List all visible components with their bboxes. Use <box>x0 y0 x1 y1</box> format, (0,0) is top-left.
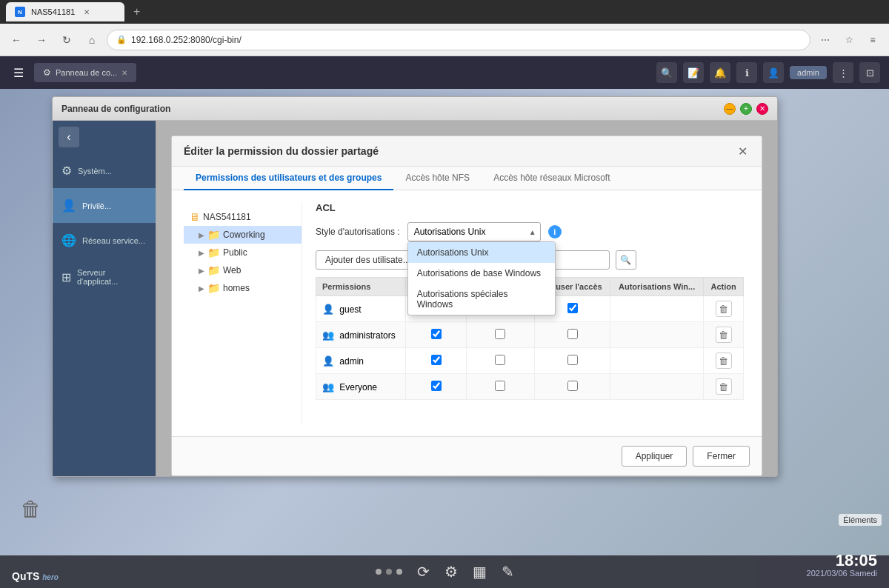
address-bar[interactable]: 🔒 192.168.0.252:8080/cgi-bin/ <box>107 30 810 50</box>
tree-root-label: NAS541181 <box>203 212 251 222</box>
taskbar-icon-1[interactable]: ⟳ <box>417 563 430 581</box>
new-tab-button[interactable]: + <box>127 5 146 19</box>
dot-3 <box>396 569 402 575</box>
panel-app-close-icon[interactable]: ✕ <box>121 69 127 77</box>
file-tree: 🖥 NAS541181 ▶ 📁 Coworking ▶ <box>184 202 302 424</box>
sidebar-item-network[interactable]: 🌐 Réseau service... <box>53 223 156 258</box>
notification-icon[interactable]: 🔔 <box>710 62 730 83</box>
style-select-display[interactable]: Autorisations Unix <box>407 222 541 241</box>
clock: 18:05 2021/03/06 Samedi <box>807 552 877 578</box>
tree-arrow-web: ▶ <box>199 267 204 275</box>
menu-button[interactable]: ≡ <box>862 30 883 50</box>
delete-guest-button[interactable]: 🗑 <box>716 301 732 317</box>
dropdown-item-unix[interactable]: Autorisations Unix <box>408 242 555 263</box>
checkbox-rw-admins[interactable] <box>431 329 442 339</box>
cell-action-everyone: 🗑 <box>704 374 744 400</box>
dialog-title: Éditer la permission du dossier partagé <box>184 145 379 157</box>
checkbox-deny-everyone[interactable] <box>567 381 578 391</box>
search-button[interactable]: 🔍 <box>616 250 636 270</box>
admin-label: admin <box>339 356 364 367</box>
checkbox-rw-admin[interactable] <box>431 355 442 365</box>
checkbox-deny-guest[interactable] <box>567 303 578 313</box>
taskbar-icon-4[interactable]: ✎ <box>502 563 514 581</box>
cell-win-everyone <box>610 374 704 400</box>
virtual-desktop-icon[interactable]: ⊡ <box>859 62 880 83</box>
user-icon[interactable]: 👤 <box>763 62 784 83</box>
apply-button[interactable]: Appliquer <box>622 446 687 467</box>
checkbox-ro-admins[interactable] <box>495 329 505 339</box>
close-panel-button[interactable]: ✕ <box>756 103 768 115</box>
checkbox-ro-admin[interactable] <box>495 355 505 365</box>
search-app-icon[interactable]: 🔍 <box>656 62 677 83</box>
add-user-button[interactable]: Ajouter des utilisate... <box>316 250 420 270</box>
dot-pagination <box>376 569 402 575</box>
style-label: Style d'autorisations : <box>316 227 400 237</box>
tree-item-web[interactable]: ▶ 📁 Web <box>184 261 302 279</box>
sidebar-item-server[interactable]: ⊞ Serveur d'applicat... <box>53 258 156 296</box>
reload-button[interactable]: ↻ <box>56 30 77 50</box>
tab-microsoft[interactable]: Accès hôte réseaux Microsoft <box>482 167 622 190</box>
tree-item-root[interactable]: 🖥 NAS541181 <box>184 208 302 226</box>
panel-main: Éditer la permission du dossier partagé … <box>156 121 777 476</box>
panel-app-tab[interactable]: ⚙ Panneau de co... ✕ <box>34 63 136 82</box>
info-icon[interactable]: i <box>548 225 562 238</box>
info-app-icon[interactable]: ℹ <box>736 62 757 83</box>
cell-deny-admins <box>535 322 610 348</box>
close-dialog-button[interactable]: Fermer <box>693 446 750 467</box>
cell-deny-admin <box>535 348 610 374</box>
browser-toolbar: ← → ↻ ⌂ 🔒 192.168.0.252:8080/cgi-bin/ ⋯ … <box>0 24 889 56</box>
admin-label[interactable]: admin <box>790 66 827 79</box>
bookmark-button[interactable]: ☆ <box>839 30 859 50</box>
tree-item-public[interactable]: ▶ 📁 Public <box>184 244 302 261</box>
clock-time: 18:05 <box>807 552 877 569</box>
notes-icon[interactable]: 📝 <box>683 62 704 83</box>
sidebar-back-button[interactable]: ‹ <box>59 127 79 147</box>
toolbar-actions: ⋯ ☆ ≡ <box>815 30 883 50</box>
dropdown-item-windows-basic[interactable]: Autorisations de base Windows <box>408 263 555 284</box>
tab-nfs[interactable]: Accès hôte NFS <box>393 167 482 190</box>
sidebar-item-system[interactable]: ⚙ Systèm... <box>53 153 156 188</box>
hamburger-button[interactable]: ☰ <box>9 63 28 83</box>
tree-arrow-public: ▶ <box>199 249 204 257</box>
tree-item-coworking[interactable]: ▶ 📁 Coworking <box>184 226 302 244</box>
minimize-panel-button[interactable]: — <box>724 103 736 115</box>
root-folder-icon: 🖥 <box>190 211 200 223</box>
guest-label: guest <box>339 304 361 315</box>
checkbox-ro-everyone[interactable] <box>495 381 505 391</box>
server-icon: ⊞ <box>61 270 71 284</box>
checkbox-deny-admins[interactable] <box>567 329 578 339</box>
sidebar-item-privilege[interactable]: 👤 Privilè... <box>53 188 156 223</box>
admins-label: administrators <box>339 330 395 341</box>
more-options-icon[interactable]: ⋮ <box>833 62 853 83</box>
taskbar-icon-3[interactable]: ▦ <box>473 563 487 581</box>
checkbox-deny-admin[interactable] <box>567 355 578 365</box>
cell-action-guest: 🗑 <box>704 296 744 322</box>
tab-permissions[interactable]: Permissions des utilisateurs et des grou… <box>184 167 393 190</box>
cell-rw-admins <box>406 322 466 348</box>
user-name-everyone: 👥 Everyone <box>316 374 406 400</box>
delete-admins-button[interactable]: 🗑 <box>716 327 732 343</box>
tab-close-btn[interactable]: ✕ <box>81 6 93 18</box>
active-browser-tab[interactable]: N NAS541181 ✕ <box>6 2 124 21</box>
cell-action-admin: 🗑 <box>704 348 744 374</box>
dialog-overlay: Éditer la permission du dossier partagé … <box>156 121 777 476</box>
tree-item-homes[interactable]: ▶ 📁 homes <box>184 279 302 297</box>
hero-label: hero <box>42 573 59 581</box>
dialog-close-header-button[interactable]: ✕ <box>735 144 750 158</box>
dialog-body: 🖥 NAS541181 ▶ 📁 Coworking ▶ <box>172 190 762 436</box>
dropdown-item-windows-special[interactable]: Autorisations spéciales Windows <box>408 284 555 315</box>
delete-everyone-button[interactable]: 🗑 <box>716 378 732 395</box>
checkbox-rw-everyone[interactable] <box>431 381 442 391</box>
taskbar-icon-2[interactable]: ⚙ <box>444 563 458 581</box>
dot-2 <box>386 569 392 575</box>
back-button[interactable]: ← <box>6 30 27 50</box>
cell-rw-admin <box>406 348 466 374</box>
trash-icon[interactable]: 🗑 <box>21 497 41 521</box>
maximize-panel-button[interactable]: + <box>740 103 752 115</box>
home-button[interactable]: ⌂ <box>81 30 102 50</box>
table-row: 👥 administrators <box>316 322 744 348</box>
forward-button[interactable]: → <box>31 30 52 50</box>
cell-win-guest <box>610 296 704 322</box>
delete-admin-button[interactable]: 🗑 <box>716 353 732 369</box>
extensions-button[interactable]: ⋯ <box>815 30 836 50</box>
